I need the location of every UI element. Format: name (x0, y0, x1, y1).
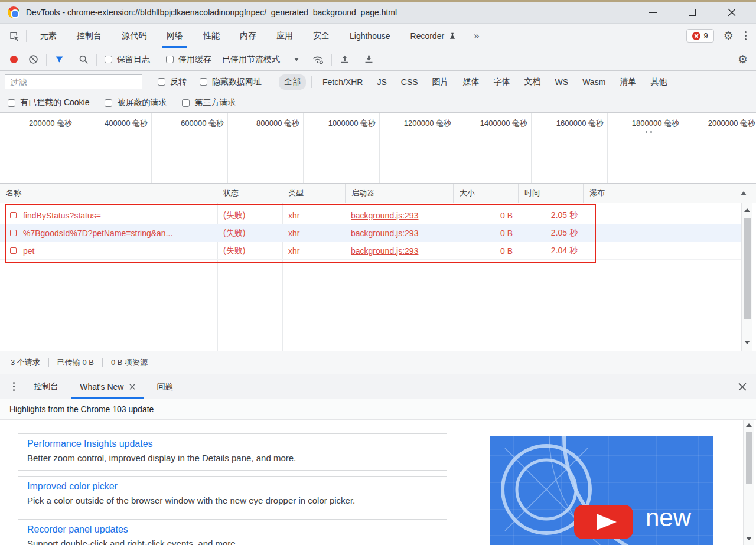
tab-network[interactable]: 网络 (157, 24, 193, 48)
devtools-window: DevTools - chrome-extension://bfdhllbpjc… (0, 0, 756, 545)
timeline-tick: 1400000 毫秒 (480, 118, 527, 129)
timeline-tick: 1200000 毫秒 (404, 118, 451, 129)
timeline-tick: 800000 毫秒 (256, 118, 299, 129)
timeline-tick: 1600000 毫秒 (556, 118, 604, 129)
scrollbar-thumb (746, 432, 752, 484)
inspect-element-button[interactable] (8, 30, 20, 42)
blocked-requests-checkbox[interactable]: 被屏蔽的请求 (105, 97, 167, 108)
request-count: 3 个请求 (11, 357, 40, 368)
blocked-cookies-checkbox[interactable]: 有已拦截的 Cookie (8, 97, 89, 108)
chip-js[interactable]: JS (372, 75, 392, 89)
network-overview-timeline[interactable]: 200000 毫秒 400000 毫秒 600000 毫秒 800000 毫秒 … (0, 113, 756, 184)
chip-img[interactable]: 图片 (427, 74, 454, 90)
drawer-menu-button[interactable] (11, 380, 17, 393)
devtools-tab-bar: 元素 控制台 源代码 网络 性能 内存 应用 安全 Lighthouse Rec… (0, 24, 756, 48)
disable-cache-checkbox[interactable]: 停用缓存 (166, 54, 211, 65)
chip-fetch-xhr[interactable]: Fetch/XHR (317, 75, 368, 89)
chip-media[interactable]: 媒体 (458, 74, 485, 90)
request-type-chips: 全部 Fetch/XHR JS CSS 图片 媒体 字体 文档 WS Wasm … (277, 74, 674, 90)
close-drawer-button[interactable] (738, 383, 747, 391)
more-tabs-button[interactable]: » (467, 30, 486, 42)
timeline-tick: 600000 毫秒 (181, 118, 224, 129)
tab-application[interactable]: 应用 (266, 24, 303, 48)
chip-doc[interactable]: 文档 (519, 74, 546, 90)
download-icon (364, 54, 374, 64)
chip-css[interactable]: CSS (396, 75, 423, 89)
video-thumbnail[interactable]: new 103 (490, 436, 713, 545)
table-scrollbar[interactable] (741, 203, 752, 351)
chip-wasm[interactable]: Wasm (577, 75, 611, 89)
export-har-button[interactable] (364, 54, 374, 64)
timeline-tick: 1000000 毫秒 (328, 118, 376, 129)
video-new-label: new (646, 504, 692, 531)
checkbox-icon (166, 56, 174, 63)
network-settings-gear[interactable]: ⚙ (738, 54, 748, 65)
settings-gear-button[interactable]: ⚙ (724, 30, 734, 41)
third-party-checkbox[interactable]: 第三方请求 (182, 97, 236, 108)
column-header-time[interactable]: 时间 (519, 184, 584, 203)
network-summary-bar: 3 个请求 已传输 0 B 0 B 项资源 (0, 351, 756, 374)
drawer-tab-console[interactable]: 控制台 (23, 374, 69, 399)
chip-ws[interactable]: WS (550, 75, 574, 89)
tab-sources[interactable]: 源代码 (112, 24, 157, 48)
network-filter-bar: 反转 隐藏数据网址 全部 Fetch/XHR JS CSS 图片 媒体 字体 文… (0, 71, 756, 93)
tab-security[interactable]: 安全 (303, 24, 340, 48)
filter-input[interactable] (5, 74, 142, 89)
card-description: Pick a color outside of the browser wind… (27, 495, 438, 505)
search-button[interactable] (79, 54, 89, 64)
chip-manifest[interactable]: 清单 (614, 74, 641, 90)
tab-recorder[interactable]: Recorder (400, 24, 467, 48)
hide-data-urls-checkbox[interactable]: 隐藏数据网址 (200, 77, 262, 87)
filter-toggle-button[interactable] (54, 55, 64, 64)
clear-button[interactable] (28, 54, 38, 64)
invert-checkbox[interactable]: 反转 (158, 77, 187, 87)
throttling-select[interactable]: 已停用节流模式 (222, 54, 299, 65)
timeline-tick: 400000 毫秒 (105, 118, 148, 129)
scroll-down-icon (746, 537, 752, 540)
column-header-size[interactable]: 大小 (454, 184, 519, 203)
whats-new-scrollbar[interactable] (743, 420, 754, 545)
chip-other[interactable]: 其他 (645, 74, 672, 90)
record-button[interactable] (10, 56, 18, 63)
requests-table-header: 名称 状态 类型 启动器 大小 时间 瀑布 (0, 184, 756, 203)
preserve-log-checkbox[interactable]: 保留日志 (105, 54, 150, 65)
tab-memory[interactable]: 内存 (230, 24, 266, 48)
close-button[interactable] (723, 4, 741, 21)
checkbox-icon (182, 99, 190, 107)
title-bar: DevTools - chrome-extension://bfdhllbpjc… (0, 2, 756, 24)
maximize-button[interactable] (683, 4, 701, 21)
import-har-button[interactable] (340, 54, 350, 64)
column-header-type[interactable]: 类型 (282, 184, 346, 203)
funnel-icon (54, 55, 64, 64)
network-conditions-button[interactable] (312, 54, 324, 65)
transferred-size: 已传输 0 B (57, 357, 94, 368)
tab-performance[interactable]: 性能 (193, 24, 230, 48)
tab-elements[interactable]: 元素 (30, 24, 67, 48)
drawer-tab-whats-new[interactable]: What's New (69, 374, 146, 399)
window-title: DevTools - chrome-extension://bfdhllbpjc… (26, 8, 397, 17)
block-icon (28, 54, 38, 64)
tab-lighthouse[interactable]: Lighthouse (340, 24, 400, 48)
column-header-initiator[interactable]: 启动器 (346, 184, 454, 203)
sort-ascending-icon[interactable] (741, 191, 747, 195)
column-header-status[interactable]: 状态 (217, 184, 282, 203)
tab-console[interactable]: 控制台 (67, 24, 112, 48)
card-title-link[interactable]: Recorder panel updates (27, 524, 438, 535)
minimize-button[interactable] (644, 4, 662, 21)
chip-all[interactable]: 全部 (279, 74, 306, 90)
close-tab-icon[interactable] (129, 384, 135, 390)
drawer-tab-issues[interactable]: 问题 (146, 374, 184, 399)
more-options-button[interactable] (742, 29, 749, 43)
whats-new-card: Recorder panel updates Support double-cl… (18, 519, 447, 545)
scroll-down-icon (744, 341, 750, 344)
card-title-link[interactable]: Performance Insights updates (27, 439, 438, 449)
request-marker-dot (650, 131, 652, 133)
chip-font[interactable]: 字体 (488, 74, 516, 90)
card-title-link[interactable]: Improved color picker (27, 481, 438, 492)
whats-new-content: Performance Insights updates Better zoom… (0, 420, 756, 545)
close-icon (738, 383, 747, 391)
column-header-name[interactable]: 名称 (0, 184, 217, 203)
scroll-up-icon (746, 423, 752, 427)
error-count-badge[interactable]: 9 (686, 29, 714, 43)
column-header-waterfall[interactable]: 瀑布 (584, 184, 756, 203)
